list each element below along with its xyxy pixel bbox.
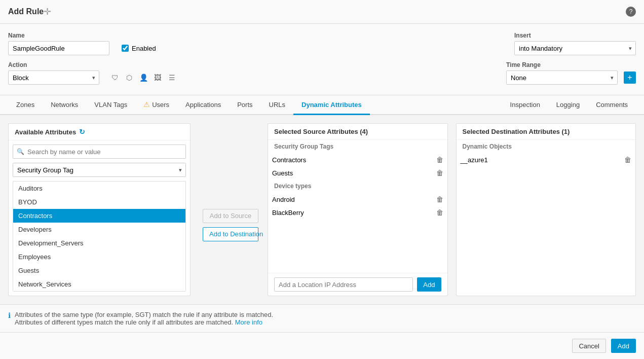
move-icon[interactable]: ✛ — [44, 6, 51, 17]
list-item[interactable]: Employees — [13, 250, 185, 264]
add-rule-dialog: Add Rule ✛ ? Name Enabled Insert into Ma… — [0, 0, 644, 359]
source-item-label: BlackBerry — [272, 209, 304, 217]
tab-networks-label: Networks — [51, 101, 78, 109]
tab-zones[interactable]: Zones — [8, 95, 43, 115]
tab-inspection[interactable]: Inspection — [502, 95, 548, 115]
add-to-destination-button[interactable]: Add to Destination — [203, 227, 258, 241]
search-input[interactable] — [13, 145, 186, 159]
tab-dynamic-attributes[interactable]: Dynamic Attributes — [293, 95, 370, 115]
filter-select[interactable]: Security Group Tag Dynamic Objects Devic… — [13, 163, 186, 177]
add-time-button[interactable]: + — [624, 71, 636, 84]
list-item[interactable]: Guests — [13, 264, 185, 277]
form-section: Name Enabled Insert into Mandatory into … — [0, 24, 644, 95]
delete-guests-button[interactable]: 🗑 — [436, 169, 443, 177]
action-select[interactable]: Block Allow Trust Monitor — [8, 70, 99, 85]
tab-ports[interactable]: Ports — [229, 95, 260, 115]
source-item-label: Contractors — [272, 156, 306, 164]
delete-azure1-button[interactable]: 🗑 — [624, 156, 631, 164]
tab-logging-label: Logging — [556, 101, 580, 109]
tab-applications-label: Applications — [185, 101, 221, 109]
tab-vlan-tags[interactable]: VLAN Tags — [86, 95, 135, 115]
action-icons: 🛡 ⬡ 👤 🖼 ☰ — [109, 72, 177, 83]
device-types-label: Device types — [268, 180, 447, 191]
list-item[interactable]: Developers — [13, 223, 185, 236]
tab-networks[interactable]: Networks — [43, 95, 86, 115]
insert-select[interactable]: into Mandatory into Default Above Rule B… — [514, 41, 636, 55]
help-icon[interactable]: ? — [626, 7, 636, 17]
info-bar: ℹ Attributes of the same type (for examp… — [0, 304, 644, 332]
delete-android-button[interactable]: 🗑 — [436, 195, 443, 203]
name-label: Name — [8, 32, 109, 39]
name-group: Name — [8, 32, 109, 55]
info-text2: Attributes of different types match the … — [15, 318, 233, 326]
selected-source-title: Selected Source Attributes (4) — [274, 128, 368, 135]
search-box: 🔍 — [13, 145, 186, 159]
source-items-area: Security Group Tags Contractors 🗑 Guests… — [268, 140, 447, 273]
dialog-title: Add Rule — [8, 7, 44, 16]
enabled-checkbox[interactable] — [122, 45, 129, 52]
add-button[interactable]: Add — [611, 339, 636, 353]
available-attributes-panel: Available Attributes ↻ 🔍 Security Group … — [8, 123, 191, 296]
selected-destination-header: Selected Destination Attributes (1) — [457, 124, 636, 140]
tab-inspection-label: Inspection — [510, 101, 540, 109]
dynamic-objects-label: Dynamic Objects — [457, 140, 636, 151]
insert-label: Insert — [514, 32, 636, 39]
copy-icon: ⬡ — [124, 72, 135, 83]
tab-comments[interactable]: Comments — [588, 95, 636, 115]
warning-icon: ⚠ — [143, 100, 150, 109]
tabs-bar: Zones Networks VLAN Tags ⚠ Users Applica… — [0, 95, 644, 115]
time-range-group: Time Range None + — [506, 61, 636, 85]
add-ip-button[interactable]: Add — [417, 277, 441, 292]
tab-users[interactable]: ⚠ Users — [135, 95, 177, 115]
insert-group: Insert into Mandatory into Default Above… — [514, 32, 636, 55]
selected-destination-title: Selected Destination Attributes (1) — [463, 128, 570, 135]
selected-source-panel: Selected Source Attributes (4) Security … — [268, 123, 448, 296]
info-text1: Attributes of the same type (for example… — [15, 311, 273, 318]
tab-applications[interactable]: Applications — [177, 95, 229, 115]
table-row: __azure1 🗑 — [457, 153, 636, 166]
delete-contractors-button[interactable]: 🗑 — [436, 156, 443, 164]
dest-item-label: __azure1 — [461, 156, 488, 164]
list-item[interactable]: Network_Services — [13, 277, 185, 291]
enabled-label: Enabled — [132, 45, 156, 52]
refresh-icon[interactable]: ↻ — [79, 128, 85, 136]
tab-vlan-tags-label: VLAN Tags — [94, 101, 127, 109]
list-item[interactable]: Development_Servers — [13, 236, 185, 250]
selected-destination-panel: Selected Destination Attributes (1) Dyna… — [456, 123, 636, 296]
time-range-select[interactable]: None — [506, 70, 618, 85]
table-row: Guests 🗑 — [268, 166, 447, 180]
shield-icon: 🛡 — [109, 72, 121, 83]
action-label: Action — [8, 61, 177, 68]
table-row: BlackBerry 🗑 — [268, 206, 447, 219]
list-icon: ☰ — [166, 72, 177, 83]
time-range-label: Time Range — [506, 61, 636, 68]
available-attributes-header: Available Attributes ↻ — [9, 124, 190, 140]
action-buttons-area: Add to Source Add to Destination — [199, 154, 259, 296]
tab-zones-label: Zones — [16, 101, 34, 109]
table-row: Android 🗑 — [268, 193, 447, 206]
tab-users-label: Users — [152, 101, 169, 109]
delete-blackberry-button[interactable]: 🗑 — [436, 208, 443, 217]
security-group-tags-label: Security Group Tags — [268, 140, 447, 151]
tab-urls[interactable]: URLs — [261, 95, 294, 115]
dialog-footer: Cancel Add — [0, 332, 644, 359]
available-attributes-title: Available Attributes — [15, 128, 76, 136]
middle-panels: Selected Source Attributes (4) Security … — [268, 123, 636, 296]
tab-logging[interactable]: Logging — [548, 95, 588, 115]
cancel-button[interactable]: Cancel — [572, 339, 605, 353]
table-row: Contractors 🗑 — [268, 153, 447, 166]
search-icon: 🔍 — [17, 148, 24, 155]
list-item[interactable]: BYOD — [13, 195, 185, 209]
source-item-label: Android — [272, 196, 295, 203]
info-icon: ℹ — [8, 311, 11, 319]
destination-items-area: Dynamic Objects __azure1 🗑 — [457, 140, 636, 231]
tab-urls-label: URLs — [269, 101, 286, 109]
selected-source-header: Selected Source Attributes (4) — [268, 124, 447, 140]
more-info-link[interactable]: More info — [235, 318, 262, 326]
add-to-source-button[interactable]: Add to Source — [203, 209, 258, 223]
filter-select-wrap: Security Group Tag Dynamic Objects Devic… — [13, 163, 186, 177]
name-input[interactable] — [8, 41, 109, 55]
list-item[interactable]: Contractors — [13, 209, 185, 223]
ip-address-input[interactable] — [274, 277, 413, 292]
list-item[interactable]: Auditors — [13, 182, 185, 195]
